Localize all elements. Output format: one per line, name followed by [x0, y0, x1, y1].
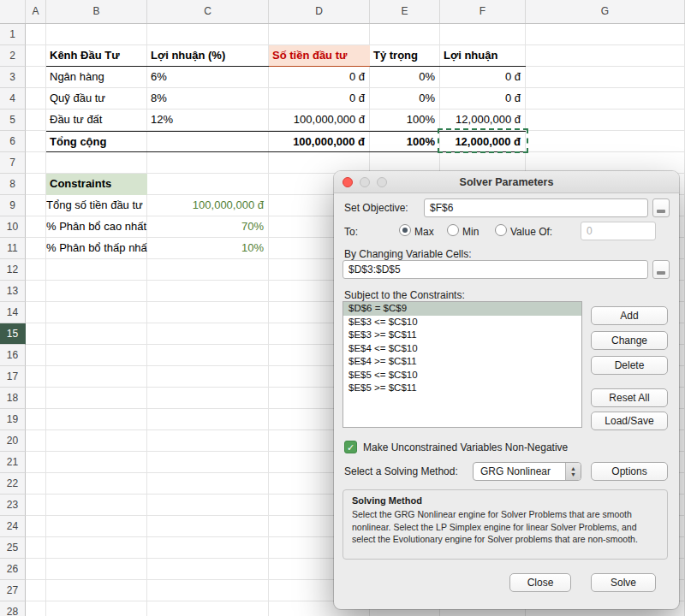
change-button[interactable]: Change: [591, 331, 668, 350]
radio-max-label[interactable]: Max: [414, 226, 434, 238]
row-header-5[interactable]: 5: [0, 110, 26, 131]
row-header-27[interactable]: 27: [0, 580, 26, 601]
row-header-4[interactable]: 4: [0, 88, 26, 110]
constraints-list[interactable]: $D$6 = $C$9$E$3 <= $C$10$E$3 >= $C$11$E$…: [342, 301, 582, 428]
cell-D4[interactable]: 0 đ: [269, 88, 370, 110]
cell-C9[interactable]: 100,000,000 đ: [147, 195, 269, 216]
cell-B9[interactable]: Tổng số tiền đầu tư: [46, 195, 147, 216]
load-save-button[interactable]: Load/Save: [591, 412, 668, 430]
delete-button[interactable]: Delete: [591, 356, 668, 375]
row-header-26[interactable]: 26: [0, 559, 26, 580]
radio-value-of-label[interactable]: Value Of:: [510, 226, 552, 238]
column-header-b[interactable]: B: [46, 0, 147, 23]
select-all-corner[interactable]: [0, 0, 26, 23]
dialog-titlebar[interactable]: Solver Parameters: [334, 171, 679, 193]
objective-range-selector-icon[interactable]: [652, 198, 670, 217]
row-header-9[interactable]: 9: [0, 195, 26, 216]
close-window-icon[interactable]: [342, 177, 353, 187]
row-header-7[interactable]: 7: [0, 152, 26, 174]
cell-C3[interactable]: 6%: [147, 67, 269, 88]
column-header-d[interactable]: D: [269, 0, 370, 23]
column-header-e[interactable]: E: [370, 0, 440, 23]
close-button[interactable]: Close: [509, 573, 571, 592]
row-header-20[interactable]: 20: [0, 430, 26, 452]
radio-value-of[interactable]: [495, 224, 507, 236]
non-negative-checkbox[interactable]: ✓: [344, 441, 357, 453]
radio-min[interactable]: [447, 224, 459, 236]
row-header-13[interactable]: 13: [0, 281, 26, 302]
row-header-23[interactable]: 23: [0, 495, 26, 516]
row-header-12[interactable]: 12: [0, 259, 26, 281]
row-header-6[interactable]: 6: [0, 131, 26, 152]
cell-F5[interactable]: 12,000,000 đ: [440, 110, 526, 131]
cell-C11[interactable]: 10%: [147, 238, 269, 259]
cell-E5[interactable]: 100%: [370, 110, 440, 131]
column-header-a[interactable]: A: [26, 0, 46, 23]
by-changing-input[interactable]: $D$3:$D$5: [342, 260, 648, 279]
row-header-18[interactable]: 18: [0, 388, 26, 409]
cell-D2[interactable]: Số tiền đầu tư: [269, 45, 370, 67]
cell-C6[interactable]: [147, 131, 269, 152]
radio-min-label[interactable]: Min: [462, 226, 479, 238]
cell-B10[interactable]: % Phân bổ cao nhất: [46, 216, 147, 238]
solve-button[interactable]: Solve: [591, 573, 656, 592]
column-header-f[interactable]: F: [440, 0, 526, 23]
cell-F4[interactable]: 0 đ: [440, 88, 526, 110]
constraint-item[interactable]: $E$3 <= $C$10: [343, 316, 581, 329]
cell-B8-constraints-title[interactable]: Constraints: [46, 174, 147, 195]
cell-E4[interactable]: 0%: [370, 88, 440, 110]
constraint-item[interactable]: $D$6 = $C$9: [343, 302, 581, 316]
cell-B2[interactable]: Kênh Đầu Tư: [46, 45, 147, 67]
cell-B6[interactable]: Tổng cộng: [46, 131, 147, 152]
non-negative-checkbox-label[interactable]: Make Unconstrained Variables Non-Negativ…: [363, 441, 568, 453]
variable-cells-range-selector-icon[interactable]: [652, 260, 670, 279]
value-of-input[interactable]: 0: [581, 222, 656, 240]
cell-F2[interactable]: Lợi nhuận: [440, 45, 526, 67]
add-button[interactable]: Add: [591, 306, 668, 325]
row-header-2[interactable]: 2: [0, 45, 26, 67]
row-header-17[interactable]: 17: [0, 366, 26, 388]
row-header-16[interactable]: 16: [0, 345, 26, 366]
row-header-3[interactable]: 3: [0, 67, 26, 88]
cell-F6[interactable]: 12,000,000 đ: [440, 131, 526, 152]
constraint-item[interactable]: $E$5 >= $C$11: [343, 382, 581, 395]
constraint-item[interactable]: $E$3 >= $C$11: [343, 329, 581, 342]
constraint-item[interactable]: $E$5 <= $C$10: [343, 369, 581, 382]
cell-D6[interactable]: 100,000,000 đ: [269, 131, 370, 152]
cell-E3[interactable]: 0%: [370, 67, 440, 88]
row-header-10[interactable]: 10: [0, 216, 26, 238]
cell-B3[interactable]: Ngân hàng: [46, 67, 147, 88]
row-header-22[interactable]: 22: [0, 473, 26, 495]
cell-C4[interactable]: 8%: [147, 88, 269, 110]
constraint-item[interactable]: $E$4 <= $C$10: [343, 342, 581, 356]
cell-F3[interactable]: 0 đ: [440, 67, 526, 88]
radio-max[interactable]: [399, 224, 411, 236]
row-header-19[interactable]: 19: [0, 409, 26, 430]
row-header-1[interactable]: 1: [0, 24, 26, 45]
cell-B11[interactable]: % Phân bổ thấp nhất: [46, 238, 147, 259]
row-header-28[interactable]: 28: [0, 601, 26, 616]
column-header-c[interactable]: C: [147, 0, 269, 23]
cell-C10[interactable]: 70%: [147, 216, 269, 238]
row-header-25[interactable]: 25: [0, 537, 26, 559]
cell-E2[interactable]: Tỷ trọng: [370, 45, 440, 67]
row-header-8[interactable]: 8: [0, 174, 26, 195]
cell-E6[interactable]: 100%: [370, 131, 440, 152]
cell-C5[interactable]: 12%: [147, 110, 269, 131]
cell-B4[interactable]: Quỹ đầu tư: [46, 88, 147, 110]
row-header-15[interactable]: 15: [0, 323, 26, 345]
cell-B5[interactable]: Đầu tư đất: [46, 110, 147, 131]
cell-C2[interactable]: Lợi nhuận (%): [147, 45, 269, 67]
row-header-24[interactable]: 24: [0, 516, 26, 537]
row-header-11[interactable]: 11: [0, 238, 26, 259]
cell-D3[interactable]: 0 đ: [269, 67, 370, 88]
constraint-item[interactable]: $E$4 >= $C$11: [343, 355, 581, 369]
set-objective-input[interactable]: $F$6: [424, 198, 648, 217]
row-header-21[interactable]: 21: [0, 452, 26, 473]
column-header-g[interactable]: G: [526, 0, 685, 23]
options-button[interactable]: Options: [591, 462, 668, 481]
cell-D5[interactable]: 100,000,000 đ: [269, 110, 370, 131]
row-header-14[interactable]: 14: [0, 302, 26, 323]
reset-all-button[interactable]: Reset All: [591, 388, 668, 407]
solving-method-dropdown[interactable]: GRG Nonlinear ▲▼: [473, 462, 581, 481]
